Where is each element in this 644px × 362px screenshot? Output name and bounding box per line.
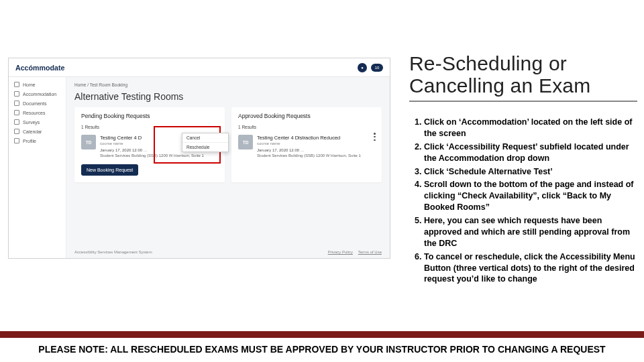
home-icon xyxy=(14,82,19,87)
sidebar-item-label: Profile xyxy=(23,139,36,143)
slide-title: Re-Scheduling or Cancelling an Exam xyxy=(409,52,637,102)
terms-link[interactable]: Terms of Use xyxy=(358,250,382,254)
card-title: Approved Booking Requests xyxy=(238,113,375,119)
sidebar-item-label: Home xyxy=(23,82,36,87)
sidebar-item-surveys[interactable]: Surveys xyxy=(9,117,66,127)
app-screenshot: Accómmodate ● 10 Home Accommodation Docu… xyxy=(8,58,390,259)
step-item: Click on ‘Accommodation’ located on the … xyxy=(424,117,637,139)
instructions-panel: Re-Scheduling or Cancelling an Exam Clic… xyxy=(409,52,637,287)
context-menu: Cancel Reschedule xyxy=(182,133,229,152)
step-item: Click ‘Accessibility Request’ subfield l… xyxy=(424,141,637,164)
date-badge-icon: TD xyxy=(81,135,96,149)
breadcrumb[interactable]: Home / Test Room Booking xyxy=(74,81,382,91)
booking-date: January 17, 2020 12:00 … xyxy=(257,148,375,152)
sidebar-item-documents[interactable]: Documents xyxy=(9,99,66,108)
resources-icon xyxy=(14,110,19,115)
booking-name[interactable]: Testing Center 4 Distraction Reduced xyxy=(257,135,375,141)
badge-count[interactable]: 10 xyxy=(371,64,383,72)
pending-requests-card: Pending Booking Requests 1 Results TD Te… xyxy=(74,107,225,182)
booking-course: course name xyxy=(257,141,375,145)
date-badge-icon: TD xyxy=(238,135,253,149)
svg-text:Accómmodate: Accómmodate xyxy=(15,63,65,71)
new-booking-button[interactable]: New Booking Request xyxy=(81,164,138,176)
footer-note: PLEASE NOTE: ALL RESCHEDULED EXAMS MUST … xyxy=(0,338,644,362)
sidebar-item-home[interactable]: Home xyxy=(9,80,66,89)
results-count: 1 Results xyxy=(238,125,375,129)
surveys-icon xyxy=(14,119,19,125)
accommodation-icon xyxy=(14,91,19,97)
sidebar-item-profile[interactable]: Profile xyxy=(9,136,66,145)
sidebar-item-label: Surveys xyxy=(23,120,40,125)
documents-icon xyxy=(14,101,19,106)
cancel-menu-item[interactable]: Cancel xyxy=(182,133,228,143)
main-content: Home / Test Room Booking Alternative Tes… xyxy=(66,77,390,258)
step-item: Here, you can see which requests have be… xyxy=(424,215,637,249)
sidebar-item-calendar[interactable]: Calendar xyxy=(9,127,66,136)
app-header: Accómmodate ● 10 xyxy=(9,58,390,77)
sidebar-item-label: Calendar xyxy=(23,129,42,134)
sidebar-item-resources[interactable]: Resources xyxy=(9,108,66,117)
booking-location: Student Services Building (SSB) 1200 W H… xyxy=(257,154,375,158)
app-logo: Accómmodate xyxy=(15,62,87,74)
booking-location: Student Services Building (SSB) 1200 W H… xyxy=(100,154,218,158)
notification-icon[interactable]: ● xyxy=(358,63,367,72)
privacy-link[interactable]: Privacy Policy xyxy=(328,250,353,254)
sidebar-item-accommodation[interactable]: Accommodation xyxy=(9,89,66,99)
sidebar-item-label: Documents xyxy=(23,101,46,106)
step-item: Scroll down to the bottom of the page an… xyxy=(424,179,637,213)
step-item: Click ‘Schedule Alternative Test’ xyxy=(424,166,637,178)
profile-icon xyxy=(14,138,19,143)
sidebar: Home Accommodation Documents Resources S… xyxy=(9,77,66,258)
steps-list: Click on ‘Accommodation’ located on the … xyxy=(409,117,637,285)
page-title: Alternative Testing Rooms xyxy=(74,91,382,102)
card-title: Pending Booking Requests xyxy=(81,113,218,119)
kebab-menu-icon[interactable] xyxy=(374,133,376,141)
results-count: 1 Results xyxy=(81,125,218,129)
sidebar-item-label: Accommodation xyxy=(23,92,56,97)
accent-bar xyxy=(0,331,644,338)
step-item: To cancel or reschedule, click the Acces… xyxy=(424,251,637,286)
footer-text: Accessibility Services Management System xyxy=(74,250,152,254)
booking-entry: TD Testing Center 4 Distraction Reduced … xyxy=(238,135,375,158)
app-footer: Accessibility Services Management System… xyxy=(74,250,382,254)
sidebar-item-label: Resources xyxy=(23,111,45,115)
reschedule-menu-item[interactable]: Reschedule xyxy=(182,143,228,152)
approved-requests-card: Approved Booking Requests 1 Results TD T… xyxy=(231,107,382,182)
calendar-icon xyxy=(14,129,19,134)
